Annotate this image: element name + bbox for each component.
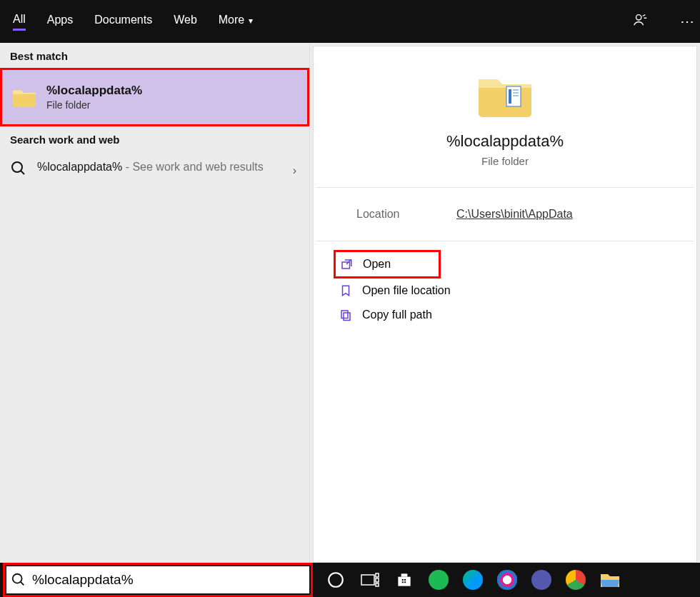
tab-apps[interactable]: Apps — [47, 14, 73, 29]
svg-rect-9 — [344, 313, 350, 321]
location-label: Location — [356, 208, 456, 221]
spotify-icon[interactable] — [424, 566, 453, 594]
search-input[interactable] — [32, 566, 309, 593]
svg-rect-3 — [509, 89, 511, 104]
svg-rect-8 — [341, 311, 348, 318]
open-icon — [340, 258, 353, 271]
svg-point-11 — [329, 573, 343, 587]
svg-rect-13 — [376, 573, 379, 577]
action-open-label: Open — [363, 258, 391, 271]
search-icon — [10, 160, 27, 177]
search-box[interactable] — [3, 563, 313, 597]
teams-icon[interactable] — [527, 566, 556, 594]
more-options-icon[interactable]: ⋯ — [674, 13, 700, 30]
svg-rect-6 — [513, 95, 519, 96]
tab-all[interactable]: All — [13, 13, 26, 31]
svg-rect-14 — [376, 578, 379, 582]
svg-rect-7 — [342, 262, 350, 269]
chevron-down-icon: ▾ — [249, 16, 253, 26]
svg-rect-12 — [361, 575, 374, 585]
best-match-header: Best match — [0, 43, 309, 68]
best-match-subtitle: File folder — [46, 99, 142, 111]
chevron-right-icon: › — [293, 164, 296, 177]
best-match-result[interactable]: %localappdata% File folder — [0, 68, 309, 126]
folder-icon — [476, 71, 534, 119]
search-tabs: All Apps Documents Web More▾ ⋯ — [0, 0, 700, 43]
search-web-header: Search work and web — [0, 126, 309, 151]
action-copy-path-label: Copy full path — [362, 308, 432, 321]
copy-icon — [339, 308, 352, 321]
best-match-title: %localappdata% — [46, 84, 142, 98]
svg-point-10 — [13, 574, 22, 583]
svg-rect-15 — [376, 583, 379, 586]
web-search-result[interactable]: %localappdata% - See work and web result… — [0, 151, 309, 184]
svg-point-0 — [636, 14, 641, 19]
cortana-icon[interactable] — [321, 566, 350, 594]
tab-documents[interactable]: Documents — [94, 14, 152, 29]
action-open[interactable]: Open — [334, 250, 441, 279]
location-value[interactable]: C:\Users\binit\AppData — [456, 208, 573, 221]
folder-icon — [12, 86, 36, 108]
web-search-tail: - See work and web results — [122, 161, 263, 173]
search-icon — [11, 572, 26, 588]
bookmark-icon — [339, 284, 352, 297]
store-icon[interactable] — [390, 566, 419, 594]
account-icon[interactable] — [627, 12, 653, 31]
svg-point-1 — [12, 162, 22, 172]
chrome-icon[interactable] — [561, 566, 590, 594]
tab-web[interactable]: Web — [174, 14, 197, 29]
preview-subtitle: File folder — [481, 155, 529, 167]
results-column: Best match %localappdata% File folder Se… — [0, 43, 310, 563]
action-copy-full-path[interactable]: Copy full path — [334, 303, 676, 327]
preview-pane: %localappdata% File folder Location C:\U… — [313, 46, 697, 563]
svg-rect-4 — [513, 89, 519, 91]
preview-title: %localappdata% — [446, 132, 564, 151]
action-open-file-location[interactable]: Open file location — [334, 279, 676, 303]
tab-more[interactable]: More▾ — [219, 14, 253, 29]
task-view-icon[interactable] — [356, 566, 384, 594]
action-open-loc-label: Open file location — [362, 284, 451, 297]
edge-icon[interactable] — [459, 566, 487, 594]
taskbar — [0, 563, 700, 597]
web-search-term: %localappdata% — [37, 161, 122, 173]
paint-icon[interactable] — [493, 566, 521, 594]
file-explorer-icon[interactable] — [596, 566, 624, 594]
svg-rect-5 — [513, 92, 519, 94]
